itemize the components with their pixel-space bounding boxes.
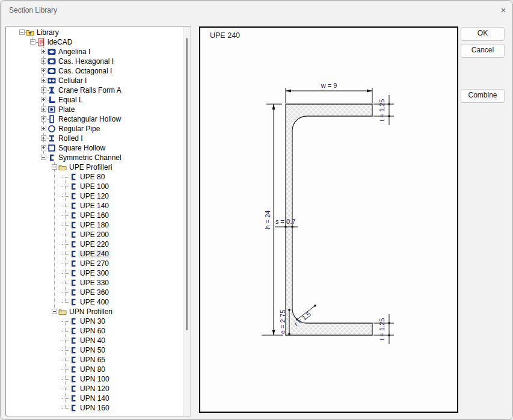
hexagonal-icon [48, 57, 56, 66]
channel-icon [69, 336, 78, 345]
tree-item-label: Regular Pipe [57, 125, 102, 133]
tree-item[interactable]: Plate [6, 105, 182, 114]
channel-icon [48, 153, 56, 162]
tree-item[interactable]: UPE 300 [6, 268, 182, 278]
tree-item[interactable]: UPE 240 [6, 249, 182, 259]
collapse-toggle-icon[interactable] [52, 164, 57, 170]
tree-item-label: UPE 160 [78, 211, 111, 220]
tree-item-label: ideCAD [46, 38, 74, 46]
expand-toggle-icon[interactable] [41, 68, 46, 73]
tree-item-label: UPN 60 [78, 327, 107, 335]
tree-item[interactable]: UPE 200 [6, 230, 182, 239]
channel-icon [69, 240, 78, 249]
expand-toggle-icon[interactable] [41, 87, 46, 93]
tree-item[interactable]: UPE 400 [6, 297, 182, 307]
channel-icon [69, 394, 78, 403]
tree-item-label: UPE 80 [78, 173, 106, 181]
angelina-icon [48, 48, 56, 56]
tree-item[interactable]: ideCAD [6, 37, 182, 47]
cancel-button[interactable]: Cancel [461, 44, 505, 58]
tree-item[interactable]: UPN Profilleri [6, 307, 182, 317]
tree-item-label: UPN 50 [78, 346, 107, 354]
dim-t-bottom-label: t = 1.25 [378, 318, 386, 340]
library-folder-icon [26, 28, 34, 37]
tree-item[interactable]: Equal L [6, 95, 182, 105]
tree-item[interactable]: UPE 330 [6, 278, 182, 288]
tree-scrollbar[interactable] [183, 26, 191, 416]
tree-item[interactable]: UPE 100 [6, 182, 182, 191]
tree-item[interactable]: Regular Pipe [6, 124, 182, 134]
tree-item[interactable]: UPN 50 [6, 345, 182, 355]
channel-icon [69, 384, 78, 393]
tree-item[interactable]: Angelina I [6, 47, 182, 57]
tree-item[interactable]: UPN 160 [6, 403, 182, 413]
tree-item[interactable]: UPN 30 [6, 317, 182, 326]
collapse-toggle-icon[interactable] [30, 39, 35, 45]
collapse-toggle-icon[interactable] [41, 155, 46, 160]
tree-item[interactable]: UPE 360 [6, 288, 182, 297]
tree-item[interactable]: UPN 100 [6, 374, 182, 384]
expand-toggle-icon[interactable] [41, 78, 46, 83]
expand-toggle-icon[interactable] [41, 126, 46, 131]
tree-item[interactable]: UPN 65 [6, 355, 182, 365]
tree-item-label: UPN 140 [78, 394, 111, 403]
tree-item[interactable]: Symmetric Channel [6, 153, 182, 162]
expand-toggle-icon[interactable] [41, 107, 46, 112]
tree-item-label: Cas. Octagonal I [57, 67, 114, 75]
expand-toggle-icon[interactable] [41, 97, 46, 102]
tree-item[interactable]: UPE 160 [6, 211, 182, 220]
combine-button[interactable]: Combine [461, 89, 505, 103]
tree-item[interactable]: UPE 80 [6, 172, 182, 182]
tree-scrollbar-thumb[interactable] [186, 38, 188, 330]
rect-hollow-icon [48, 115, 56, 123]
expand-toggle-icon[interactable] [41, 135, 46, 141]
plate-icon [48, 105, 56, 114]
document-icon [37, 38, 45, 46]
tree-item[interactable]: UPN 120 [6, 384, 182, 394]
tree-item[interactable]: Library [6, 28, 182, 37]
tree-item[interactable]: UPN 60 [6, 326, 182, 336]
tree-item[interactable]: Cellular I [6, 76, 182, 85]
expand-toggle-icon[interactable] [41, 58, 46, 64]
tree-item-label: UPN Profilleri [67, 307, 114, 316]
tree-item[interactable]: UPN 40 [6, 336, 182, 345]
tree-item[interactable]: Rolled I [6, 134, 182, 143]
tree-item[interactable]: UPE 180 [6, 220, 182, 230]
tree-item[interactable]: UPE 270 [6, 259, 182, 268]
channel-icon [69, 202, 78, 210]
tree-item-label: UPE 360 [78, 288, 111, 297]
tree-item[interactable]: Cas. Octagonal I [6, 66, 182, 76]
expand-toggle-icon[interactable] [41, 145, 46, 150]
tree-item[interactable]: UPN 140 [6, 394, 182, 403]
collapse-toggle-icon[interactable] [52, 309, 57, 314]
title-bar: Section Library × [1, 1, 512, 20]
ok-button[interactable]: OK [461, 27, 505, 41]
tree-item-label: Equal L [57, 96, 85, 104]
tree-item[interactable]: UPE Profilleri [6, 162, 182, 172]
channel-icon [69, 298, 78, 306]
octagonal-icon [48, 67, 56, 75]
section-shape [286, 104, 372, 335]
tree-item-label: UPN 120 [78, 384, 111, 393]
tree-item[interactable]: UPE 140 [6, 201, 182, 211]
tree-item-label: UPE 330 [78, 279, 111, 287]
tree-item-label: Cas. Hexagonal I [57, 57, 115, 66]
expand-toggle-icon[interactable] [41, 49, 46, 54]
tree-connector-line [54, 162, 55, 312]
tree-item[interactable]: UPE 120 [6, 191, 182, 201]
tree-item-label: UPN 65 [78, 356, 107, 364]
tree-item-label: Rectangular Hollow [57, 115, 123, 123]
tree-item-label: UPN 40 [78, 336, 107, 345]
collapse-toggle-icon[interactable] [19, 29, 25, 35]
tree-item[interactable]: Square Hollow [6, 143, 182, 153]
tree-item-label: UPE 100 [78, 182, 111, 191]
tree-item[interactable]: Crane Rails Form A [6, 85, 182, 95]
close-icon[interactable]: × [496, 3, 511, 17]
expand-toggle-icon[interactable] [41, 116, 46, 122]
cellular-icon [48, 76, 56, 85]
tree-item[interactable]: Rectangular Hollow [6, 114, 182, 124]
tree-item[interactable]: UPN 80 [6, 365, 182, 374]
tree-item[interactable]: UPE 220 [6, 239, 182, 249]
tree-item-label: UPE 240 [78, 250, 111, 258]
tree-item[interactable]: Cas. Hexagonal I [6, 57, 182, 66]
